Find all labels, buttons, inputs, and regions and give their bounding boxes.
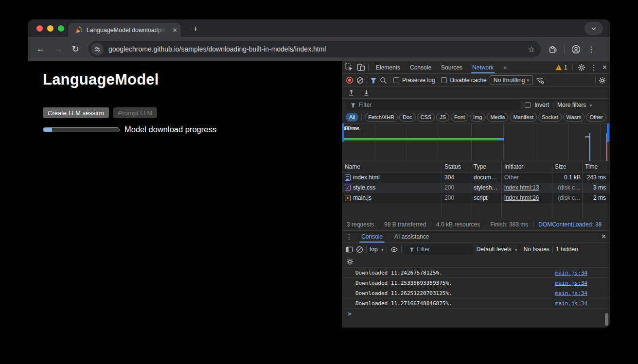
settings-gear-icon[interactable] (578, 64, 585, 71)
reload-button[interactable]: ↻ (68, 44, 83, 54)
disable-cache-label[interactable]: Disable cache (450, 77, 486, 84)
extensions-puzzle-icon[interactable] (549, 45, 557, 53)
request-name: main.js (353, 193, 372, 203)
hidden-messages-count[interactable]: 1 hidden (556, 246, 578, 253)
console-messages: Downloaded 11.24267578125%. main.js:34 D… (342, 268, 610, 309)
drawer-tab-ai-assistance[interactable]: AI assistance (390, 231, 434, 243)
network-settings-gear-icon[interactable] (599, 77, 606, 84)
network-conditions-icon[interactable] (536, 76, 544, 84)
chip-font[interactable]: Font (451, 113, 468, 121)
bookmark-star-icon[interactable]: ☆ (528, 45, 535, 54)
back-button[interactable]: ← (33, 44, 48, 54)
forward-button[interactable]: → (51, 44, 65, 54)
url-text[interactable]: googlechrome.github.io/samples/downloadi… (108, 45, 524, 53)
disable-cache-checkbox[interactable] (441, 77, 447, 83)
chip-socket[interactable]: Socket (538, 113, 562, 121)
clear-network-log-icon[interactable] (356, 77, 364, 84)
clear-console-icon[interactable] (356, 246, 363, 253)
inspect-element-icon[interactable] (345, 63, 353, 71)
drawer-tab-console[interactable]: Console (356, 231, 388, 243)
request-time: 3 ms (593, 183, 606, 193)
console-scrollbar-thumb[interactable] (605, 313, 608, 326)
preserve-log-label[interactable]: Preserve log (402, 77, 435, 84)
address-bar[interactable]: googlechrome.github.io/samples/downloadi… (89, 41, 541, 57)
initiator-link[interactable]: index.html:26 (504, 194, 539, 201)
browser-tab[interactable]: LanguageModel downloadpro × (68, 23, 181, 37)
preserve-log-checkbox[interactable] (393, 77, 399, 83)
request-row-index-html[interactable]: index.html 304 docum… Other 0.1 kB 243 m… (342, 173, 610, 183)
chip-img[interactable]: Img (470, 113, 485, 121)
profile-icon[interactable] (571, 45, 581, 54)
console-drawer: ⋮ Console AI assistance × (342, 230, 610, 328)
search-icon[interactable] (380, 77, 387, 84)
maximize-window-button[interactable] (58, 25, 64, 32)
chip-css[interactable]: CSS (417, 113, 435, 121)
drawer-close-icon[interactable]: × (602, 232, 606, 241)
log-levels-select[interactable]: Default levels ▾ (477, 246, 517, 253)
console-toolbar-separator5 (552, 246, 553, 253)
invert-label[interactable]: Invert (534, 102, 549, 108)
chip-wasm[interactable]: Wasm (563, 113, 585, 121)
column-initiator[interactable]: Initiator (504, 161, 523, 173)
console-sidebar-toggle-icon[interactable] (346, 246, 353, 253)
chip-media[interactable]: Media (487, 113, 508, 121)
filter-funnel-icon[interactable] (370, 77, 377, 84)
browser-menu-icon[interactable]: ⋮ (587, 45, 595, 54)
request-row-style-css[interactable]: style.css 200 stylesh… index.html:13 (di… (342, 183, 610, 193)
console-source-link[interactable]: main.js:34 (555, 268, 587, 278)
more-filters-button[interactable]: More filters ▾ (557, 102, 592, 108)
tab-console[interactable]: Console (406, 61, 436, 73)
tab-network[interactable]: Network (468, 61, 498, 73)
minimize-window-button[interactable] (47, 25, 53, 32)
issues-counter[interactable]: No Issues (523, 246, 549, 253)
console-toolbar: top ▾ Default levels ▾ (342, 243, 610, 256)
import-har-icon[interactable] (348, 89, 355, 96)
drawer-menu-icon[interactable]: ⋮ (346, 233, 353, 241)
chip-manifest[interactable]: Manifest (510, 113, 537, 121)
export-har-icon[interactable] (363, 89, 370, 96)
context-selector[interactable]: top ▾ (370, 246, 384, 253)
chip-js[interactable]: JS (436, 113, 449, 121)
chip-all[interactable]: All (346, 113, 358, 121)
tab-sources[interactable]: Sources (437, 61, 467, 73)
chip-other[interactable]: Other (586, 113, 606, 121)
chip-doc[interactable]: Doc (399, 113, 416, 121)
network-filter-input[interactable] (358, 102, 516, 108)
column-size[interactable]: Size (555, 161, 566, 173)
throttling-select[interactable]: No throttling ▾ (490, 75, 533, 85)
warnings-badge[interactable]: 1 (555, 64, 567, 71)
column-name[interactable]: Name (345, 161, 360, 173)
column-time[interactable]: Time (585, 161, 598, 173)
create-llm-session-button[interactable]: Create LLM session (43, 107, 109, 118)
new-tab-button[interactable]: + (189, 22, 202, 36)
tab-close-icon[interactable]: × (173, 26, 177, 34)
console-source-link[interactable]: main.js:34 (555, 298, 587, 309)
console-message: Downloaded 11.26251220703125%. main.js:3… (342, 288, 610, 298)
console-source-link[interactable]: main.js:34 (555, 288, 587, 298)
column-type[interactable]: Type (474, 161, 486, 173)
initiator-link[interactable]: index.html:13 (504, 184, 539, 191)
console-filter-input[interactable] (417, 246, 468, 253)
site-settings-button[interactable] (91, 43, 104, 55)
tab-search-chevron-button[interactable] (585, 22, 603, 35)
devtools-close-icon[interactable]: × (603, 63, 607, 72)
close-window-button[interactable] (36, 25, 43, 32)
console-source-link[interactable]: main.js:34 (555, 278, 587, 288)
network-overview-timeline[interactable]: 50 ms 100 ms 150 ms 200 ms 250 ms 300 ms… (342, 123, 610, 161)
overview-right-handle[interactable] (607, 123, 609, 142)
more-tabs-button[interactable]: » (499, 61, 511, 73)
device-toolbar-icon[interactable] (357, 63, 365, 71)
console-prompt-chevron[interactable]: > (348, 310, 352, 317)
column-status[interactable]: Status (444, 161, 461, 173)
chip-fetch-xhr[interactable]: Fetch/XHR (365, 113, 398, 121)
record-network-log-icon[interactable] (346, 76, 354, 84)
timeline-gridline (568, 123, 568, 161)
summary-separator (431, 221, 431, 228)
devtools-menu-icon[interactable]: ⋮ (590, 63, 598, 72)
console-settings-gear-icon[interactable] (346, 258, 354, 265)
overview-left-handle[interactable] (342, 123, 344, 142)
request-row-main-js[interactable]: main.js 200 script index.html:26 (disk c… (342, 193, 610, 203)
tab-elements[interactable]: Elements (372, 61, 405, 73)
live-expression-eye-icon[interactable] (390, 246, 398, 253)
invert-checkbox[interactable] (525, 102, 531, 108)
